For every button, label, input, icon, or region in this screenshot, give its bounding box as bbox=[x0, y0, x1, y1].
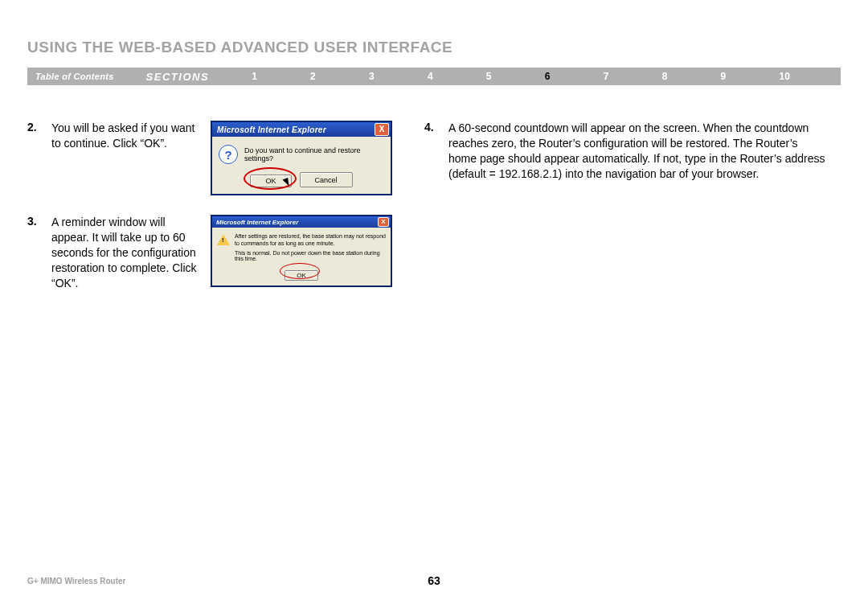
step-2: 2. You will be asked if you want to cont… bbox=[27, 121, 424, 195]
section-link-6[interactable]: 6 bbox=[545, 71, 551, 82]
dialog-line2: This is normal. Do not power down the ba… bbox=[235, 250, 386, 261]
section-link-8[interactable]: 8 bbox=[662, 71, 668, 82]
reminder-dialog: Microsoft Internet Explorer X After sett… bbox=[211, 215, 392, 287]
step-3-screenshot: Microsoft Internet Explorer X After sett… bbox=[211, 215, 389, 290]
question-icon: ? bbox=[219, 145, 238, 164]
page-title: USING THE WEB-BASED ADVANCED USER INTERF… bbox=[27, 39, 452, 56]
step-2-number: 2. bbox=[27, 121, 51, 195]
dialog-message: Do you want to continue and restore sett… bbox=[244, 146, 384, 162]
toc-link[interactable]: Table of Contents bbox=[27, 72, 122, 81]
section-link-9[interactable]: 9 bbox=[721, 71, 727, 82]
step-3-text: A reminder window will appear. It will t… bbox=[51, 215, 211, 290]
sections-label: SECTIONS bbox=[122, 71, 225, 83]
dialog-line1: After settings are restored, the base st… bbox=[235, 232, 386, 247]
section-link-10[interactable]: 10 bbox=[779, 71, 789, 82]
close-icon[interactable]: X bbox=[375, 123, 389, 136]
step-3: 3. A reminder window will appear. It wil… bbox=[27, 215, 424, 290]
cancel-button[interactable]: Cancel bbox=[300, 172, 353, 187]
left-column: 2. You will be asked if you want to cont… bbox=[27, 121, 424, 310]
step-4: 4. A 60-second countdown will appear on … bbox=[424, 121, 834, 182]
step-2-text: You will be asked if you want to continu… bbox=[51, 121, 211, 195]
right-column: 4. A 60-second countdown will appear on … bbox=[424, 121, 834, 310]
step-4-text: A 60-second countdown will appear on the… bbox=[448, 121, 826, 182]
dialog-body: ? Do you want to continue and restore se… bbox=[212, 137, 391, 194]
step-3-number: 3. bbox=[27, 215, 51, 290]
confirm-dialog: Microsoft Internet Explorer X ? Do you w… bbox=[211, 121, 392, 195]
section-link-3[interactable]: 3 bbox=[369, 71, 375, 82]
section-link-7[interactable]: 7 bbox=[604, 71, 609, 82]
section-link-2[interactable]: 2 bbox=[310, 71, 316, 82]
step-2-screenshot: Microsoft Internet Explorer X ? Do you w… bbox=[211, 121, 389, 195]
dialog-title: Microsoft Internet Explorer bbox=[217, 125, 326, 134]
section-link-5[interactable]: 5 bbox=[486, 71, 492, 82]
dialog-title: Microsoft Internet Explorer bbox=[216, 219, 298, 226]
dialog-titlebar: Microsoft Internet Explorer X bbox=[212, 122, 391, 137]
section-link-1[interactable]: 1 bbox=[252, 71, 257, 82]
dialog-titlebar: Microsoft Internet Explorer X bbox=[212, 216, 391, 228]
dialog-body: After settings are restored, the base st… bbox=[212, 228, 391, 286]
section-nav-bar: Table of Contents SECTIONS 1 2 3 4 5 6 7… bbox=[27, 68, 841, 85]
content-area: 2. You will be asked if you want to cont… bbox=[27, 121, 841, 310]
step-4-number: 4. bbox=[424, 121, 448, 182]
close-icon[interactable]: X bbox=[378, 217, 389, 227]
section-link-4[interactable]: 4 bbox=[428, 71, 433, 82]
warning-icon bbox=[217, 234, 230, 245]
page-number: 63 bbox=[0, 574, 868, 587]
ok-button[interactable]: OK bbox=[285, 270, 318, 281]
section-numbers: 1 2 3 4 5 6 7 8 9 10 bbox=[225, 71, 841, 82]
